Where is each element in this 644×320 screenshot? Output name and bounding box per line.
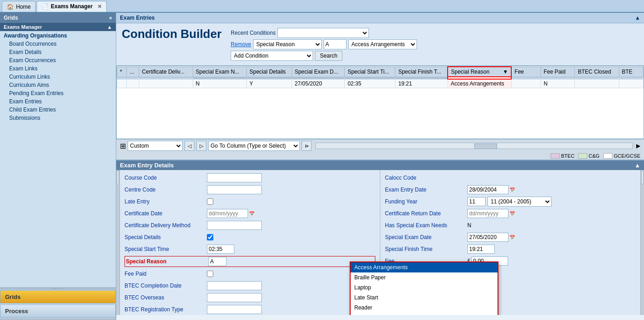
cb-search-button[interactable]: Search [315,51,342,61]
sidebar-item-exam-entries[interactable]: Exam Entries [0,97,116,106]
funding-year-select[interactable]: 11 (2004 - 2005) [487,197,552,207]
field-special-reason-label: Special Reason [126,258,208,265]
bottom-toolbar: ⊞ Custom ◁ ▷ Go To Column (Type or Selec… [116,139,644,152]
field-centre-code: Centre Code [124,185,375,195]
sidebar-section-collapse-icon[interactable]: ▲ [107,24,112,30]
tab-home[interactable]: 🏠 Home [2,1,36,12]
certificate-date-input[interactable] [207,209,248,218]
cb-title-row: Condition Builder Recent Conditions Remo… [122,28,639,61]
sidebar-item-curriculum-aims[interactable]: Curriculum Aims [0,81,116,89]
sidebar-grids-button[interactable]: Grids [0,290,116,304]
col-special-reason[interactable]: Special Reason ▼ [448,67,511,77]
special-details-checkbox[interactable] [207,234,213,240]
col-special-exam-n: Special Exam N... [193,67,246,77]
sidebar-item-child-exam-entries[interactable]: Child Exam Entries [0,106,116,114]
special-start-time-input[interactable] [207,245,234,254]
sidebar-item-pending-exam-entries[interactable]: Pending Exam Entries [0,89,116,97]
cb-condition-code-input[interactable] [324,39,346,49]
col-special-reason-dropdown-icon[interactable]: ▼ [503,69,508,75]
scroll-right-icon[interactable]: ▶ [636,143,640,149]
condition-builder-title: Condition Builder [122,28,222,40]
sidebar-item-exam-details[interactable]: Exam Details [0,48,116,56]
details-expand-icon[interactable]: ▲ [634,162,640,169]
sidebar-process-button[interactable]: Process [0,304,116,318]
cert-return-date-calendar-icon[interactable]: 📅 [509,211,515,216]
main-layout: Grids « Exams Manager ▲ Awarding Organis… [0,13,644,320]
toolbar-extra-button[interactable]: ⊳ [302,141,312,151]
col-fee: Fee [511,67,541,77]
scrollbar-thumb[interactable] [474,144,497,149]
field-exam-entry-date: Exam Entry Date 📅 [385,185,636,195]
content-collapse-icon[interactable]: ▲ [635,15,640,21]
tab-close-button[interactable]: ✕ [97,4,102,10]
custom-select[interactable]: Custom [128,141,183,151]
btec-reg-type-input[interactable] [207,305,262,314]
special-exam-date-calendar-icon[interactable]: 📅 [509,235,515,240]
field-late-entry-label: Late Entry [124,198,207,205]
tab-exams-manager[interactable]: 📄 Exams Manager ✕ [37,1,107,12]
special-exam-date-input[interactable] [467,233,509,242]
course-code-input[interactable] [207,173,262,182]
cell-special-details: Y [246,79,292,88]
special-reason-code-input[interactable] [208,257,227,266]
condition-builder-area: Condition Builder Recent Conditions Remo… [116,23,644,66]
centre-code-input[interactable] [207,185,262,194]
fee-paid-checkbox[interactable] [207,271,213,277]
sidebar-item-submissions[interactable]: Submissions [0,114,116,122]
cert-delivery-input[interactable] [207,221,262,230]
sidebar-bottom: · · · · · Grids Process [0,287,116,320]
grid-icon[interactable]: ⊞ [120,142,126,150]
cb-recent-select[interactable] [277,28,369,38]
field-special-start-time: Special Start Time [124,244,375,254]
dropdown-item-braille[interactable]: Braille Paper [351,272,498,283]
field-btec-overseas: BTEC Overseas [124,293,375,303]
home-icon: 🏠 [7,4,14,10]
btec-completion-input[interactable] [207,281,262,290]
sidebar-divider[interactable]: · · · · · [0,287,116,290]
grid-container: * ... Certificate Deliv... Special Exam … [116,66,644,139]
sidebar-item-exam-links[interactable]: Exam Links [0,64,116,73]
cert-return-date-input[interactable] [467,209,509,218]
cb-remove-link[interactable]: Remove [231,41,251,48]
page-next-button[interactable]: ▷ [196,141,206,151]
goto-column-select[interactable]: Go To Column (Type or Select) [208,141,300,151]
field-cert-date-label: Certificate Date [124,210,207,217]
dropdown-item-late-start[interactable]: Late Start [351,293,498,303]
late-entry-checkbox[interactable] [207,198,213,205]
legend-btec: BTEC [551,153,574,159]
field-course-code: Course Code [124,173,375,183]
cb-controls: Recent Conditions Remove Special Reason … [231,28,417,61]
sidebar-item-awarding[interactable]: Awarding Organisations [0,32,116,40]
btec-overseas-input[interactable] [207,293,262,302]
exam-entry-date-input[interactable] [467,185,509,194]
dropdown-item-reader-writer[interactable]: Reader/Writer [351,313,498,315]
funding-year-input[interactable] [467,197,486,206]
dropdown-item-laptop[interactable]: Laptop [351,283,498,293]
sidebar-collapse-icon[interactable]: « [109,15,112,21]
col-btec-closed: BTEC Closed [575,67,619,77]
field-cert-delivery-label: Certificate Delivery Method [124,222,207,229]
cell-btec-closed [575,79,619,88]
page-prev-button[interactable]: ◁ [184,141,195,151]
cb-add-row: Add Condition Search [231,51,417,61]
special-finish-time-input[interactable] [467,245,495,254]
cb-add-condition-select[interactable]: Add Condition [231,51,313,61]
table-row[interactable]: N Y 27/05/2020 02:35 19:21 Access Arrang… [117,79,644,88]
sidebar-item-curriculum-links[interactable]: Curriculum Links [0,73,116,81]
sidebar-item-exam-occurrences[interactable]: Exam Occurrences [0,56,116,64]
col-cert-deliv: Certificate Deliv... [139,67,193,77]
cb-condition-select[interactable]: Special Reason [253,39,322,49]
cert-date-calendar-icon[interactable]: 📅 [249,211,254,216]
dropdown-item-access[interactable]: Access Arrangements [351,262,498,272]
exam-entry-date-calendar-icon[interactable]: 📅 [509,187,515,192]
field-btec-completion-label: BTEC Completion Date [124,283,207,289]
cb-condition-target-select[interactable]: Access Arrangements [348,39,417,49]
cell-special-reason: Access Arrangements [448,79,511,88]
legend-btec-box [551,153,560,159]
dropdown-item-reader[interactable]: Reader [351,303,498,313]
field-exam-entry-date-label: Exam Entry Date [385,187,467,193]
field-cert-delivery: Certificate Delivery Method [124,220,375,230]
sidebar-item-board-occurrences[interactable]: Board Occurrences [0,40,116,48]
field-btec-reg-type-label: BTEC Registration Type [124,306,207,313]
horizontal-scrollbar[interactable] [315,143,633,149]
